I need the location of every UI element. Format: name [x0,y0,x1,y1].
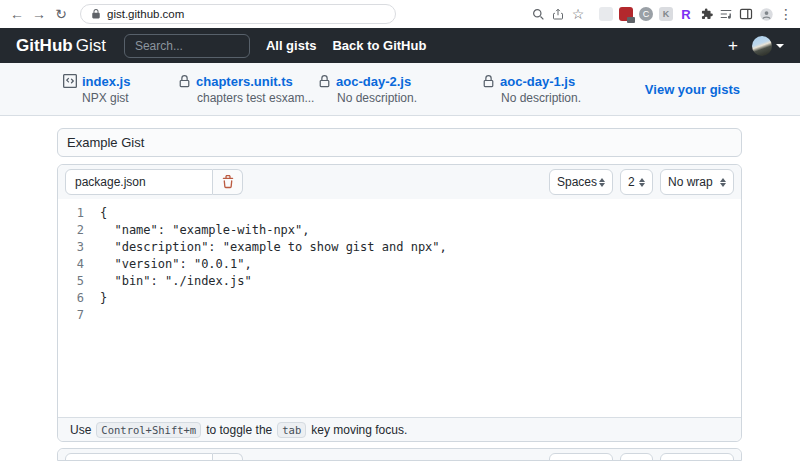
code-editor[interactable]: 1 2 3 4 5 6 7 { "name": "example-with-np… [58,199,741,417]
code-line [100,307,447,324]
select-arrows-icon [599,178,605,187]
lock-icon [318,75,331,88]
gist-item-aoc-day-1: aoc-day-1.js No description. [482,74,581,105]
profile-icon[interactable] [757,5,775,23]
select-arrows-icon [639,178,645,187]
file-editor-second-partial [57,448,742,461]
indent-size-select[interactable] [620,453,653,461]
tab-list-icon[interactable] [717,5,735,23]
gist-link[interactable]: aoc-day-2.js [318,74,482,89]
gist-description: chapters test esxam... [197,91,318,105]
extension-k-icon[interactable]: K [657,5,675,23]
gist-filename: aoc-day-1.js [500,74,575,89]
view-your-gists-link[interactable]: View your gists [645,82,740,97]
gist-item-index-js: index.js NPX gist [63,74,178,105]
delete-file-button[interactable] [213,453,243,461]
file-header [58,449,741,461]
gist-filename: index.js [82,74,130,89]
back-icon[interactable]: ← [6,6,28,22]
filename-input[interactable] [65,169,213,195]
accessibility-help-bar: Use Control+Shift+m to toggle the tab ke… [58,417,741,441]
address-bar[interactable]: gist.github.com [80,4,396,24]
logo-gist: Gist [76,36,106,55]
avatar [752,36,772,56]
share-icon[interactable] [549,5,567,23]
browser-actions: ☆ C K R ⋮ [529,0,795,28]
gist-header: GitHubGist All gists Back to GitHub + [0,28,800,63]
zoom-icon[interactable] [529,5,547,23]
gist-description: NPX gist [82,91,178,105]
gist-description: No description. [501,91,581,105]
github-gist-logo[interactable]: GitHubGist [16,36,106,56]
editor-settings: Spaces 2 No wrap [549,169,734,195]
indent-mode-select[interactable] [549,453,613,461]
browser-toolbar: ← → ↻ gist.github.com ☆ C K R ⋮ [0,0,800,28]
indent-mode-value: Spaces [557,175,597,189]
gist-description: No description. [337,91,482,105]
reload-icon[interactable]: ↻ [50,6,72,22]
help-text: Use [70,423,91,437]
code-line: } [100,290,447,307]
code-line: "name": "example-with-npx", [100,222,447,239]
bookmark-star-icon[interactable]: ☆ [569,5,587,23]
recent-gists-bar: index.js NPX gist chapters.unit.ts chapt… [0,63,800,116]
file-editor-package-json: Spaces 2 No wrap 1 2 3 4 5 6 [57,164,742,442]
file-header: Spaces 2 No wrap [58,165,741,199]
help-text: to toggle the [206,423,272,437]
lock-icon [482,75,495,88]
user-menu[interactable] [752,36,784,56]
kbd-shortcut: Control+Shift+m [96,422,201,438]
indent-size-select[interactable]: 2 [620,169,653,195]
search-input[interactable] [124,34,250,58]
code-square-icon [63,74,77,88]
delete-file-button[interactable] [213,169,243,195]
code-lines: { "name": "example-with-npx", "descripti… [100,205,447,417]
gist-filename: chapters.unit.ts [196,74,293,89]
indent-size-value: 2 [628,175,635,189]
gist-editor: Spaces 2 No wrap 1 2 3 4 5 6 [57,128,742,461]
filename-input[interactable] [65,453,213,461]
editor-settings [549,453,734,461]
forward-icon[interactable]: → [28,6,50,22]
gist-description-input[interactable] [57,128,742,157]
gist-item-aoc-day-2: aoc-day-2.js No description. [318,74,482,105]
lock-icon [178,75,191,88]
extension-red-badge-icon[interactable] [617,5,635,23]
side-panel-icon[interactable] [737,5,755,23]
gist-link[interactable]: index.js [63,74,178,89]
kbd-tab: tab [277,422,306,438]
code-line: { [100,205,447,222]
select-arrows-icon [720,178,726,187]
wrap-mode-select[interactable] [660,453,734,461]
gist-item-chapters: chapters.unit.ts chapters test esxam... [178,74,318,105]
filename-group [65,453,243,461]
line-number-gutter: 1 2 3 4 5 6 7 [58,205,84,417]
gist-link[interactable]: aoc-day-1.js [482,74,581,89]
gist-link[interactable]: chapters.unit.ts [178,74,318,89]
extension-r-icon[interactable]: R [677,5,695,23]
gist-filename: aoc-day-2.js [336,74,411,89]
filename-group [65,169,243,195]
code-line: "description": "example to show gist and… [100,239,447,256]
code-line: "bin": "./index.js" [100,273,447,290]
extension-generic-icon[interactable] [597,5,615,23]
indent-mode-select[interactable]: Spaces [549,169,613,195]
extension-circle-icon[interactable]: C [637,5,655,23]
nav-back-to-github[interactable]: Back to GitHub [332,38,426,53]
code-line: "version": "0.0.1", [100,256,447,273]
trash-icon [221,175,235,189]
chevron-down-icon [776,44,784,48]
help-text: key moving focus. [311,423,407,437]
wrap-mode-select[interactable]: No wrap [660,169,734,195]
browser-menu-kebab-icon[interactable]: ⋮ [777,5,795,23]
extensions-puzzle-icon[interactable] [697,5,715,23]
lock-icon [91,8,101,20]
logo-github: GitHub [16,36,73,55]
new-gist-plus-icon[interactable]: + [728,36,738,56]
url-text: gist.github.com [107,8,184,20]
nav-all-gists[interactable]: All gists [266,38,317,53]
wrap-mode-value: No wrap [668,175,713,189]
